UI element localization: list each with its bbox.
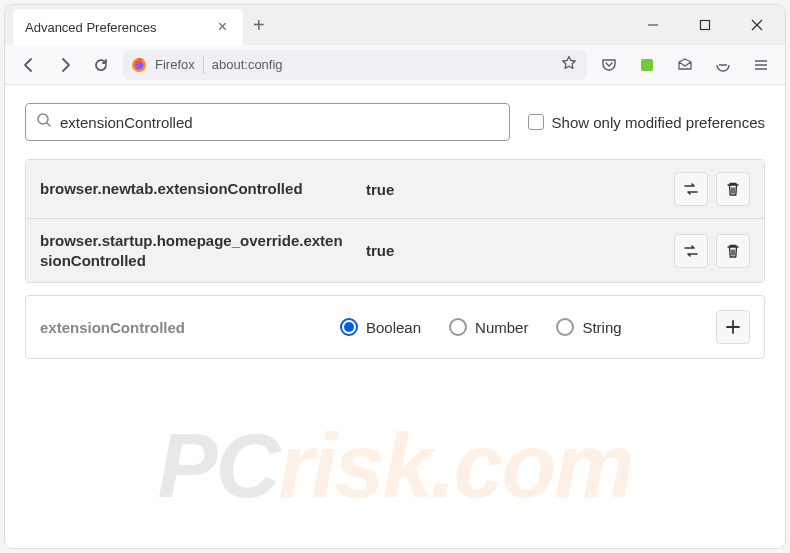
- new-pref-name: extensionControlled: [40, 319, 320, 336]
- radio-indicator: [449, 318, 467, 336]
- pref-value: true: [366, 181, 658, 198]
- delete-button[interactable]: [716, 172, 750, 206]
- page-content: Show only modified preferences browser.n…: [5, 85, 785, 548]
- toggle-button[interactable]: [674, 234, 708, 268]
- type-radio-group: Boolean Number String: [340, 318, 696, 336]
- radio-string[interactable]: String: [556, 318, 621, 336]
- browser-toolbar: Firefox about:config: [5, 45, 785, 85]
- delete-button[interactable]: [716, 234, 750, 268]
- svg-rect-1: [701, 21, 710, 30]
- search-input[interactable]: [60, 114, 499, 131]
- close-tab-icon[interactable]: ×: [214, 17, 231, 37]
- checkbox-label: Show only modified preferences: [552, 114, 765, 131]
- url-bar[interactable]: Firefox about:config: [123, 50, 587, 80]
- radio-indicator: [556, 318, 574, 336]
- firefox-icon: [131, 57, 147, 73]
- urlbar-browser-label: Firefox: [155, 57, 195, 72]
- radio-label: Boolean: [366, 319, 421, 336]
- pocket-icon[interactable]: [595, 51, 623, 79]
- bookmark-star-icon[interactable]: [559, 53, 579, 77]
- menu-icon[interactable]: [747, 51, 775, 79]
- svg-rect-6: [641, 59, 653, 71]
- new-preference-row: extensionControlled Boolean Number Strin…: [25, 295, 765, 359]
- svg-line-11: [47, 123, 50, 126]
- checkbox-box: [528, 114, 544, 130]
- preference-list: browser.newtab.extensionControlled true …: [25, 159, 765, 283]
- pref-name: browser.startup.homepage_override.extens…: [40, 231, 350, 270]
- radio-indicator: [340, 318, 358, 336]
- search-box[interactable]: [25, 103, 510, 141]
- new-tab-button[interactable]: +: [243, 10, 275, 41]
- pref-value: true: [366, 242, 658, 259]
- mail-icon[interactable]: [671, 51, 699, 79]
- browser-tab[interactable]: Advanced Preferences ×: [13, 9, 243, 45]
- shield-icon[interactable]: [709, 51, 737, 79]
- minimize-button[interactable]: [637, 9, 669, 41]
- show-modified-checkbox[interactable]: Show only modified preferences: [528, 114, 765, 131]
- search-icon: [36, 112, 52, 132]
- forward-button[interactable]: [51, 51, 79, 79]
- watermark: PCrisk.com: [157, 415, 632, 518]
- pref-name: browser.newtab.extensionControlled: [40, 179, 350, 199]
- urlbar-text: about:config: [212, 57, 551, 72]
- radio-label: Number: [475, 319, 528, 336]
- radio-boolean[interactable]: Boolean: [340, 318, 421, 336]
- extension-icon[interactable]: [633, 51, 661, 79]
- preference-row: browser.newtab.extensionControlled true: [26, 160, 764, 218]
- reload-button[interactable]: [87, 51, 115, 79]
- back-button[interactable]: [15, 51, 43, 79]
- add-button[interactable]: [716, 310, 750, 344]
- tab-title: Advanced Preferences: [25, 20, 214, 35]
- window-titlebar: Advanced Preferences × +: [5, 5, 785, 45]
- toggle-button[interactable]: [674, 172, 708, 206]
- urlbar-separator: [203, 56, 204, 74]
- radio-number[interactable]: Number: [449, 318, 528, 336]
- preference-row: browser.startup.homepage_override.extens…: [26, 218, 764, 282]
- maximize-button[interactable]: [689, 9, 721, 41]
- radio-label: String: [582, 319, 621, 336]
- close-window-button[interactable]: [741, 9, 773, 41]
